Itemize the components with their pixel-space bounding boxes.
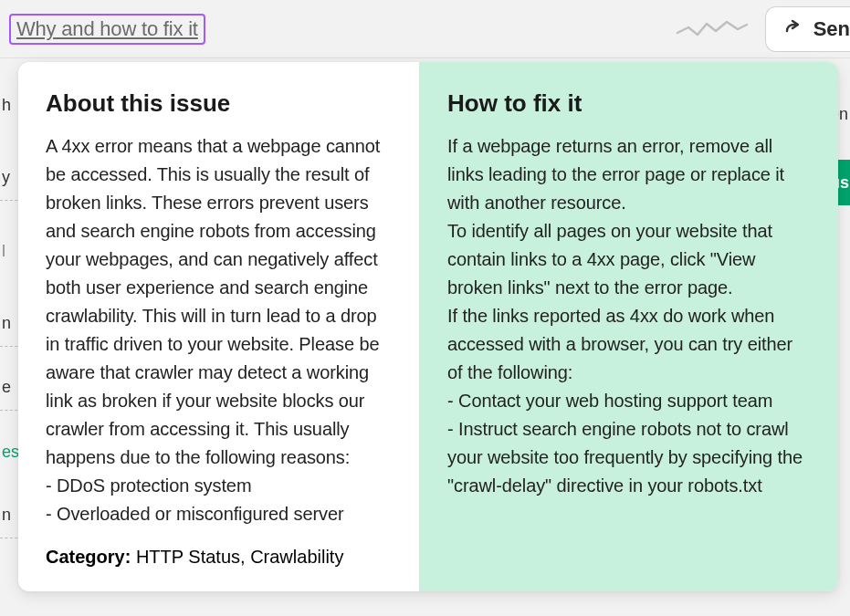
about-body: A 4xx error means that a webpage cannot …: [46, 132, 392, 528]
howto-column: How to fix it If a webpage returns an er…: [420, 62, 838, 591]
why-how-link-highlight[interactable]: Why and how to fix it: [9, 14, 205, 45]
why-how-link-text: Why and how to fix it: [16, 17, 198, 40]
about-column: About this issue A 4xx error means that …: [18, 62, 420, 591]
issue-explainer-popover: About this issue A 4xx error means that …: [18, 62, 838, 591]
about-heading: About this issue: [46, 89, 392, 118]
sparkline-icon: [676, 15, 749, 44]
howto-body: If a webpage returns an error, remove al…: [447, 132, 811, 500]
top-bar: Why and how to fix it Sen: [0, 0, 850, 58]
send-button-label: Sen: [813, 17, 850, 41]
category-line: Category: HTTP Status, Crawlability: [46, 547, 392, 568]
category-label: Category:: [46, 547, 131, 567]
share-arrow-icon: [782, 18, 804, 40]
category-value: HTTP Status, Crawlability: [131, 547, 343, 567]
send-button[interactable]: Sen: [765, 6, 850, 52]
howto-heading: How to fix it: [447, 89, 811, 118]
